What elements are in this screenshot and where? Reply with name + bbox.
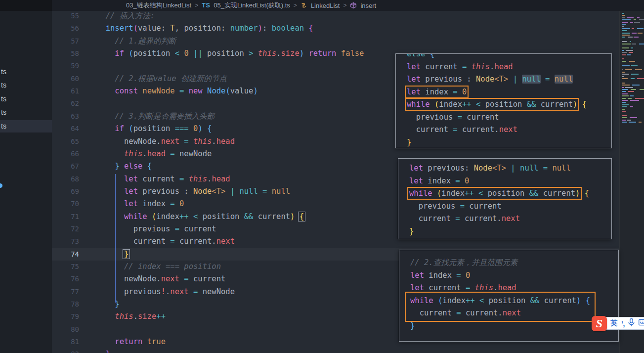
code-line[interactable]: // 插入方法: bbox=[96, 10, 155, 22]
code-line[interactable]: while (index++ < position && current) { bbox=[96, 211, 304, 223]
code-line[interactable]: this.size++ bbox=[96, 310, 166, 323]
code-line[interactable]: previous!.next = newNode bbox=[96, 286, 235, 298]
line-number[interactable]: 57 bbox=[52, 35, 79, 47]
minimap-line bbox=[630, 22, 633, 23]
minimap-line bbox=[634, 37, 639, 38]
code-line[interactable]: } else { bbox=[96, 160, 152, 173]
line-number[interactable]: 82 bbox=[52, 348, 79, 353]
line-number[interactable]: 70 bbox=[52, 198, 79, 210]
line-number[interactable]: 56 bbox=[52, 22, 79, 35]
minimap-line bbox=[632, 28, 634, 29]
code-line[interactable]: // 3.判断是否需要插入头部 bbox=[96, 110, 215, 123]
code-line[interactable]: // 1.越界的判断 bbox=[96, 35, 176, 47]
line-number[interactable]: 69 bbox=[52, 185, 79, 198]
code-line[interactable]: // index === position bbox=[96, 261, 221, 273]
minimap-line bbox=[639, 19, 644, 20]
line-number[interactable]: 78 bbox=[52, 298, 79, 310]
code-line[interactable]: if (position === 0) { bbox=[96, 123, 212, 135]
code-line[interactable]: this.head = newNode bbox=[96, 148, 212, 160]
code-line[interactable]: let index = 0 bbox=[407, 86, 467, 98]
line-number[interactable]: 72 bbox=[52, 223, 79, 235]
minimap-line bbox=[622, 95, 629, 96]
line-number[interactable]: 80 bbox=[52, 323, 79, 336]
line-number[interactable]: 66 bbox=[52, 148, 79, 160]
line-number[interactable]: 71 bbox=[52, 211, 79, 223]
sogou-logo-icon[interactable]: S bbox=[592, 316, 607, 331]
chevron-right-icon: > bbox=[294, 2, 297, 9]
code-line[interactable]: let index = 0 bbox=[96, 198, 184, 210]
code-line[interactable]: while (index++ < position && current) { bbox=[409, 187, 589, 200]
breadcrumb-bar: 03_链表结构LinkedList > TS 05_实现LinkedList(获… bbox=[0, 0, 644, 11]
line-number[interactable]: 77 bbox=[52, 286, 79, 298]
code-line[interactable]: let current = this.head bbox=[96, 173, 230, 185]
keyboard-icon[interactable] bbox=[639, 319, 644, 328]
sidebar-file-item-selected[interactable]: ts bbox=[0, 120, 52, 132]
code-line[interactable]: current = current.next bbox=[409, 213, 520, 225]
code-line[interactable]: let previous : Node<T> | null = null bbox=[96, 185, 290, 198]
minimap-line bbox=[632, 33, 637, 34]
code-line[interactable]: return true bbox=[96, 336, 166, 348]
minimap-line bbox=[622, 37, 625, 38]
line-number[interactable]: 73 bbox=[52, 235, 79, 248]
code-line[interactable]: } bbox=[96, 348, 110, 353]
sogou-input-toolbar[interactable]: S 英 ’, bbox=[592, 315, 644, 332]
code-line[interactable]: current = current.next bbox=[96, 235, 235, 248]
sidebar-file-item[interactable]: ts bbox=[0, 66, 52, 78]
line-number[interactable]: 75 bbox=[52, 261, 79, 273]
code-line[interactable]: insert(value: T, position: number): bool… bbox=[96, 22, 313, 35]
code-line[interactable]: let previous: Node<T> | null = null bbox=[409, 162, 571, 175]
breadcrumb-file[interactable]: 05_实现LinkedList(获取).ts bbox=[214, 1, 290, 10]
code-line[interactable]: newNode.next = this.head bbox=[96, 135, 235, 148]
line-number[interactable]: 61 bbox=[52, 85, 79, 97]
minimap-line bbox=[622, 111, 626, 112]
line-number[interactable]: 81 bbox=[52, 336, 79, 348]
line-number[interactable]: 68 bbox=[52, 173, 79, 185]
minimap-line bbox=[632, 85, 640, 86]
code-line[interactable]: previous = current bbox=[407, 111, 499, 124]
code-line[interactable]: let current = this.head bbox=[407, 61, 513, 73]
punctuation-toggle-button[interactable]: ’, bbox=[621, 319, 624, 328]
code-line[interactable]: current = current.next bbox=[407, 124, 517, 136]
code-line[interactable]: } bbox=[407, 136, 411, 149]
line-number[interactable]: 60 bbox=[52, 73, 79, 85]
line-number[interactable]: 59 bbox=[52, 60, 79, 72]
line-number[interactable]: 62 bbox=[52, 97, 79, 110]
line-number[interactable]: 76 bbox=[52, 273, 79, 285]
breadcrumb-folder[interactable]: 03_链表结构LinkedList bbox=[126, 1, 191, 10]
line-number[interactable]: 55 bbox=[52, 10, 79, 22]
code-line[interactable]: const newNode = new Node(value) bbox=[96, 85, 258, 97]
sidebar-file-item[interactable]: ts bbox=[0, 106, 52, 119]
sidebar-file-item[interactable]: ts bbox=[0, 79, 52, 91]
line-number[interactable]: 67 bbox=[52, 160, 79, 173]
mic-icon[interactable] bbox=[628, 318, 635, 328]
line-number[interactable]: 74 bbox=[52, 248, 79, 261]
language-mode-button[interactable]: 英 bbox=[610, 319, 617, 328]
minimap[interactable] bbox=[619, 0, 644, 353]
code-line[interactable]: } bbox=[96, 298, 120, 310]
line-number[interactable]: 65 bbox=[52, 135, 79, 148]
sidebar-file-item[interactable]: ts bbox=[0, 93, 52, 105]
code-line[interactable]: let index = 0 bbox=[409, 175, 469, 187]
minimap-line bbox=[622, 58, 624, 59]
code-line[interactable]: let index = 0 bbox=[410, 269, 470, 282]
code-line[interactable]: if (position < 0 || position > this.size… bbox=[96, 47, 364, 60]
annotation-highlight-box bbox=[405, 292, 596, 322]
minimap-line bbox=[622, 122, 627, 123]
code-line[interactable]: while (index++ < position && current) { bbox=[407, 98, 587, 111]
breadcrumb-class[interactable]: LinkedList bbox=[311, 2, 340, 9]
line-number[interactable]: 64 bbox=[52, 123, 79, 135]
code-line[interactable]: } bbox=[96, 248, 129, 261]
line-number[interactable]: 79 bbox=[52, 310, 79, 323]
code-line[interactable]: else { bbox=[407, 53, 434, 60]
code-line[interactable]: } bbox=[409, 225, 414, 238]
breadcrumb-symbol[interactable]: insert bbox=[360, 2, 376, 9]
code-line[interactable]: previous = current bbox=[409, 200, 502, 213]
code-line[interactable]: let previous : Node<T> | null = null bbox=[407, 73, 573, 86]
line-number[interactable]: 58 bbox=[52, 47, 79, 60]
code-line[interactable]: newNode.next = current bbox=[96, 273, 225, 285]
line-number[interactable]: 63 bbox=[52, 110, 79, 123]
code-line[interactable]: previous = current bbox=[96, 223, 216, 235]
code-line[interactable]: // 2.查找元素，并且范围元素 bbox=[410, 257, 517, 269]
sogou-toolbar[interactable]: 英 ’, bbox=[605, 317, 644, 330]
code-line[interactable]: // 2.根据value 创建新的节点 bbox=[96, 73, 227, 85]
